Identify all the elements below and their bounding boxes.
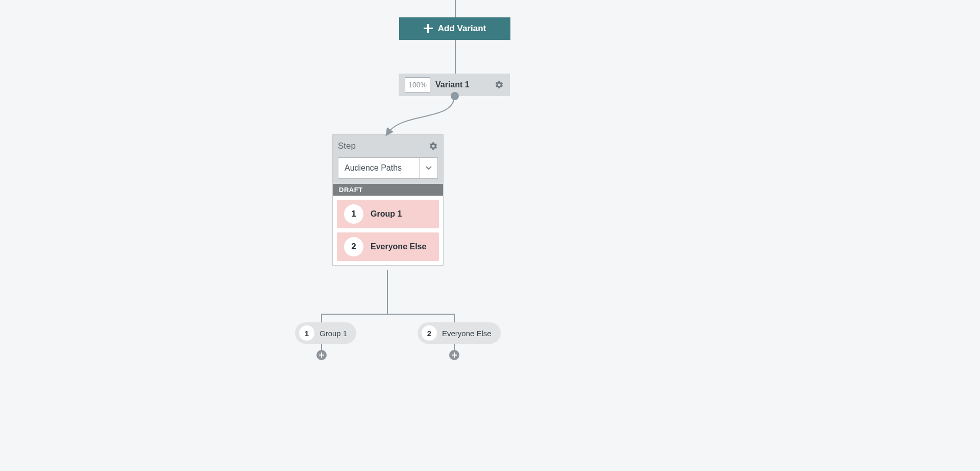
- group-number-badge: 2: [344, 237, 363, 256]
- branch-label: Group 1: [320, 329, 347, 338]
- status-badge: DRAFT: [333, 184, 443, 196]
- groups-list: 1 Group 1 2 Everyone Else: [333, 196, 443, 265]
- gear-icon[interactable]: [429, 142, 438, 151]
- connector-dot: [451, 92, 459, 100]
- variant-name-label: Variant 1: [435, 80, 489, 89]
- group-item[interactable]: 2 Everyone Else: [337, 232, 439, 261]
- add-variant-button[interactable]: Add Variant: [399, 17, 510, 40]
- group-number-badge: 1: [344, 204, 363, 224]
- group-item[interactable]: 1 Group 1: [337, 200, 439, 228]
- step-title: Step: [338, 141, 356, 151]
- branch-pill[interactable]: 2 Everyone Else: [418, 322, 501, 344]
- step-card: Step Audience Paths DRAFT 1 Group 1 2 Ev…: [332, 134, 444, 266]
- plus-icon: [424, 24, 433, 33]
- branch-label: Everyone Else: [442, 329, 492, 338]
- connector-line: [455, 40, 456, 74]
- connector-line: [455, 0, 456, 17]
- connector-arrow: [373, 96, 464, 138]
- branch-number-badge: 2: [422, 325, 437, 341]
- branch-pill[interactable]: 1 Group 1: [295, 322, 356, 344]
- add-variant-label: Add Variant: [438, 23, 486, 34]
- step-header: Step: [333, 135, 443, 157]
- step-type-dropdown[interactable]: Audience Paths: [338, 157, 438, 179]
- connector-line: [387, 270, 388, 314]
- branch-number-badge: 1: [299, 325, 314, 341]
- add-step-button[interactable]: [316, 350, 327, 360]
- connector-line: [321, 314, 455, 315]
- group-label: Group 1: [371, 209, 402, 219]
- variant-percent-input[interactable]: 100%: [405, 77, 430, 92]
- dropdown-selected: Audience Paths: [345, 163, 419, 173]
- group-label: Everyone Else: [371, 242, 426, 251]
- add-step-button[interactable]: [449, 350, 459, 360]
- gear-icon[interactable]: [495, 80, 504, 89]
- chevron-down-icon: [419, 158, 437, 178]
